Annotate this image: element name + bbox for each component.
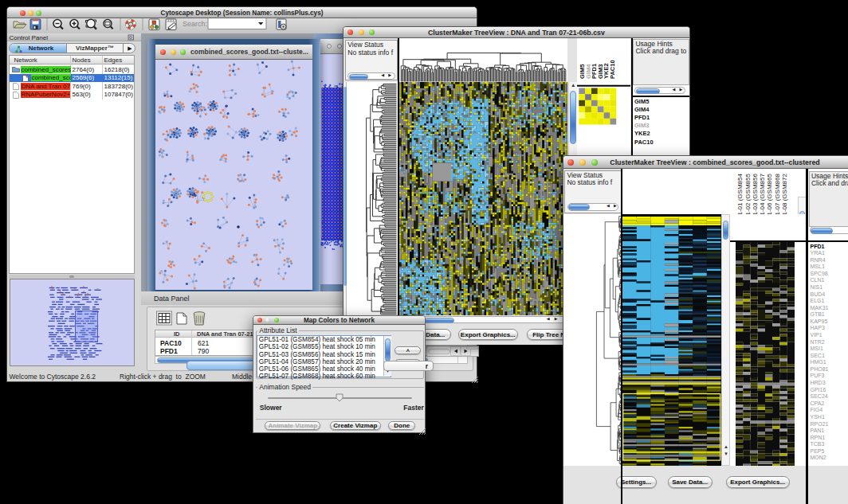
svg-text:PAC10: PAC10: [609, 60, 616, 79]
svg-text:Search:: Search:: [183, 20, 207, 28]
